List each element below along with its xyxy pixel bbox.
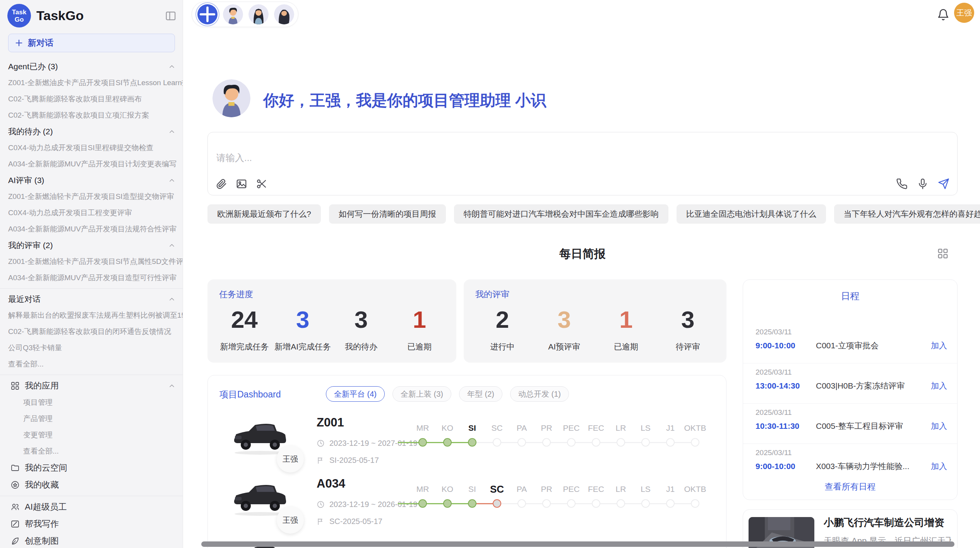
schedule-item: 2025/03/11 10:30-11:30 C005-整车工程目标评审 加入 xyxy=(743,404,957,444)
list-item[interactable]: C0X4-动力总成开发项目SI里程碑提交物检查 xyxy=(0,140,183,156)
send-icon[interactable] xyxy=(938,178,949,190)
collapse-sidebar-icon[interactable] xyxy=(165,10,176,22)
stat-label: 进行中 xyxy=(471,341,533,352)
suggestion-chip[interactable]: 特朗普可能对进口汽车增税会对中国车企造成哪些影响 xyxy=(454,204,668,224)
list-item[interactable]: C02-飞腾新能源轻客改款项目里程碑画布 xyxy=(0,91,183,107)
date-range: 2023-12-19 ~ 2027-01-19 xyxy=(329,439,417,448)
mic-icon[interactable] xyxy=(917,178,929,190)
milestone-track: MR KO SI SC PA PR PEC FEC LR LS J1 OKTB xyxy=(410,421,708,447)
sidebar-item-help-write[interactable]: 帮我写作 xyxy=(0,515,183,533)
logo-line2: Go xyxy=(15,16,24,23)
join-link[interactable]: 加入 xyxy=(931,380,947,391)
chevron-up-icon[interactable] xyxy=(168,128,176,135)
list-item[interactable]: C02-飞腾新能源轻客改款项目的闭环通告反馈情况 xyxy=(0,324,183,340)
stat-pending-review: 3 待评审 xyxy=(657,303,719,357)
chevron-up-icon[interactable] xyxy=(168,382,176,390)
owner-name: 王强 xyxy=(283,454,298,464)
stat-value: 1 xyxy=(595,303,657,336)
list-item[interactable]: 公司Q3轻卡销量 xyxy=(0,340,183,356)
suggestion-chip[interactable]: 当下年轻人对汽车外观有怎样的喜好趋势 xyxy=(834,204,980,224)
nav-label: 我的云空间 xyxy=(25,462,67,474)
briefing-title: 每日简报 xyxy=(207,246,958,262)
list-item[interactable]: A034-全新新能源MUV产品开发项目计划变更表编写 xyxy=(0,156,183,172)
nav-label: AI超级员工 xyxy=(25,501,67,513)
divider xyxy=(0,496,183,496)
section-my-review[interactable]: 我的评审 (2) xyxy=(0,237,183,253)
nav-label: 创意制图 xyxy=(25,535,59,547)
section-recent-chats[interactable]: 最近对话 xyxy=(0,291,183,307)
list-item[interactable]: 解释最新出台的欧盟报废车法规再生塑料比例被调至15%... xyxy=(0,307,183,324)
sidebar-item-favorites[interactable]: 我的收藏 xyxy=(0,476,183,493)
agent-avatar-2[interactable] xyxy=(248,4,269,24)
schedule-date: 2025/03/11 xyxy=(756,449,792,457)
user-avatar[interactable]: 王强 xyxy=(954,3,974,23)
join-link[interactable]: 加入 xyxy=(931,421,947,432)
stat-new-done: 24 新增完成任务 xyxy=(215,303,274,357)
sidebar-item-my-apps[interactable]: 我的应用 xyxy=(0,377,183,394)
chevron-up-icon[interactable] xyxy=(168,63,176,70)
list-item[interactable]: A034-全新新能源MUV产品开发项目造型可行性评审 xyxy=(0,270,183,286)
view-all-chats[interactable]: 查看全部... xyxy=(0,356,183,372)
chevron-up-icon[interactable] xyxy=(168,176,176,184)
scissors-icon[interactable] xyxy=(256,178,267,190)
stat-value: 3 xyxy=(332,303,391,336)
sidebar-item-product-mgmt[interactable]: 产品管理 xyxy=(0,411,183,427)
notification-bell-icon[interactable] xyxy=(937,9,949,21)
horizontal-scrollbar[interactable] xyxy=(201,541,954,547)
quill-icon xyxy=(10,536,20,546)
filter-tab[interactable]: 全新上装 (3) xyxy=(392,386,451,402)
new-chat-button[interactable]: 新对话 xyxy=(8,34,175,52)
filter-tab[interactable]: 全新平台 (4) xyxy=(326,386,385,402)
section-ai-review[interactable]: AI评审 (3) xyxy=(0,172,183,188)
suggestion-chip[interactable]: 比亚迪全固态电池计划具体说了什么 xyxy=(677,204,826,224)
view-all-apps[interactable]: 查看全部... xyxy=(0,443,183,459)
image-icon[interactable] xyxy=(236,178,247,190)
clock-icon xyxy=(317,500,325,509)
suggestion-chip[interactable]: 欧洲新规最近颁布了什么? xyxy=(207,204,321,224)
nav-label: 我的应用 xyxy=(25,380,59,392)
section-my-todo[interactable]: 我的待办 (2) xyxy=(0,123,183,140)
sidebar-item-project-mgmt[interactable]: 项目管理 xyxy=(0,394,183,411)
add-session-button[interactable] xyxy=(197,4,218,24)
layout-grid-icon[interactable] xyxy=(937,248,949,259)
join-link[interactable]: 加入 xyxy=(931,340,947,351)
stat-label: 已逾期 xyxy=(595,341,657,352)
card-title: 任务进度 xyxy=(219,289,253,300)
stat-value: 3 xyxy=(533,303,595,336)
section-agent-done[interactable]: Agent已办 (3) xyxy=(0,58,183,75)
list-item[interactable]: C02-飞腾新能源轻客改款项目立项汇报方案 xyxy=(0,107,183,123)
schedule-time: 10:30-11:30 xyxy=(756,421,805,431)
stat-label: 新增AI完成任务 xyxy=(274,341,332,352)
agent-avatar-1[interactable] xyxy=(223,4,243,24)
filter-tab[interactable]: 动总开发 (1) xyxy=(510,386,569,402)
owner-badge: 王强 xyxy=(277,445,304,473)
sidebar-item-ai-staff[interactable]: AI超级员工 xyxy=(0,498,183,515)
schedule-item: 2025/03/11 9:00-10:00 X003-车辆动力学性能验... 加… xyxy=(743,444,957,484)
agent-avatar-3[interactable] xyxy=(274,4,294,24)
schedule-time: 9:00-10:00 xyxy=(756,462,805,471)
sidebar-item-creative-draw[interactable]: 创意制图 xyxy=(0,533,183,548)
nav-label: 帮我写作 xyxy=(25,518,59,530)
list-item[interactable]: Z001-全新燃油轻卡产品开发项目SI节点属性5D文件评审 xyxy=(0,253,183,270)
filter-tab[interactable]: 年型 (2) xyxy=(459,386,502,402)
sidebar-item-change-mgmt[interactable]: 变更管理 xyxy=(0,427,183,443)
attach-icon[interactable] xyxy=(216,178,227,190)
schedule-date: 2025/03/11 xyxy=(756,328,792,336)
stat-value: 1 xyxy=(390,303,449,336)
view-all-schedule-link[interactable]: 查看所有日程 xyxy=(743,481,957,493)
suggestion-chip[interactable]: 如何写一份清晰的项目周报 xyxy=(329,204,446,224)
list-item[interactable]: Z001-全新燃油皮卡产品开发项目SI节点Lesson Learn报告 xyxy=(0,75,183,91)
phone-icon[interactable] xyxy=(896,178,908,190)
project-flag: SC-2025-05-17 xyxy=(317,517,382,526)
chevron-up-icon[interactable] xyxy=(168,295,176,303)
list-item[interactable]: C0X4-动力总成开发项目工程变更评审 xyxy=(0,205,183,221)
stat-ai-prereview: 3 AI预评审 xyxy=(533,303,595,357)
sidebar-item-cloud-space[interactable]: 我的云空间 xyxy=(0,459,183,476)
chevron-up-icon[interactable] xyxy=(168,241,176,249)
chat-input[interactable] xyxy=(216,152,758,163)
stat-value: 2 xyxy=(471,303,533,336)
list-item[interactable]: Z001-全新燃油轻卡产品开发项目SI造型提交物评审 xyxy=(0,188,183,205)
join-link[interactable]: 加入 xyxy=(931,461,947,472)
stat-value: 3 xyxy=(657,303,719,336)
list-item[interactable]: A034-全新新能源MUV产品开发项目法规符合性评审 xyxy=(0,221,183,237)
